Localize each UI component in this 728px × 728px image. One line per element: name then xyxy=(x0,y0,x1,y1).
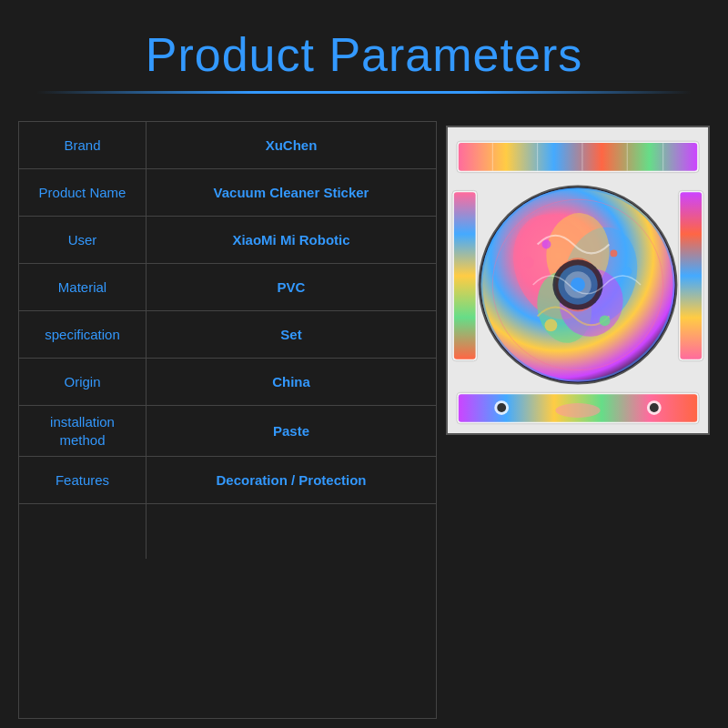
value-brand: XuChen xyxy=(147,122,436,168)
label-empty xyxy=(19,504,147,559)
value-origin: China xyxy=(147,359,436,405)
value-empty xyxy=(147,504,436,559)
label-brand: Brand xyxy=(19,122,147,168)
table-row: Origin China xyxy=(19,359,436,406)
value-user: XiaoMi Mi Robotic xyxy=(147,217,436,263)
product-image-svg xyxy=(448,127,708,433)
label-user: User xyxy=(19,217,147,263)
value-material: PVC xyxy=(147,264,436,310)
label-installation: installation method xyxy=(19,406,147,456)
svg-point-37 xyxy=(650,403,659,412)
header-section: Product Parameters xyxy=(0,0,728,112)
svg-point-29 xyxy=(611,249,618,257)
label-origin: Origin xyxy=(19,359,147,405)
svg-point-23 xyxy=(571,278,585,292)
svg-point-26 xyxy=(545,318,558,331)
svg-rect-9 xyxy=(454,192,476,359)
svg-point-25 xyxy=(622,267,632,276)
value-specification: Set xyxy=(147,311,436,358)
table-row: User XiaoMi Mi Robotic xyxy=(19,217,436,264)
product-image xyxy=(446,126,710,435)
blue-divider xyxy=(36,91,692,94)
label-material: Material xyxy=(19,264,147,310)
table-row: Brand XuChen xyxy=(19,122,436,169)
table-row: installation method Paste xyxy=(19,406,436,457)
table-row: Product Name Vacuum Cleaner Sticker xyxy=(19,169,436,217)
value-installation: Paste xyxy=(147,406,436,456)
value-features: Decoration / Protection xyxy=(147,457,436,503)
content-section: Brand XuChen Product Name Vacuum Cleaner… xyxy=(0,112,728,728)
svg-rect-2 xyxy=(459,143,697,171)
label-features: Features xyxy=(19,457,147,503)
page-title: Product Parameters xyxy=(18,27,710,82)
svg-point-35 xyxy=(497,403,506,412)
page-wrapper: Product Parameters Brand XuChen Product … xyxy=(0,0,728,728)
svg-point-27 xyxy=(600,315,611,326)
table-row: Features Decoration / Protection xyxy=(19,457,436,504)
label-product-name: Product Name xyxy=(19,169,147,216)
label-specification: specification xyxy=(19,311,147,358)
svg-point-28 xyxy=(542,240,551,249)
table-row: Material PVC xyxy=(19,264,436,311)
product-table: Brand XuChen Product Name Vacuum Cleaner… xyxy=(18,121,437,719)
svg-point-24 xyxy=(523,257,534,268)
table-row-empty xyxy=(19,504,436,559)
svg-point-38 xyxy=(555,403,600,418)
image-wrapper xyxy=(437,121,719,719)
table-row: specification Set xyxy=(19,311,436,359)
value-product-name: Vacuum Cleaner Sticker xyxy=(147,169,436,216)
svg-rect-11 xyxy=(680,192,702,359)
